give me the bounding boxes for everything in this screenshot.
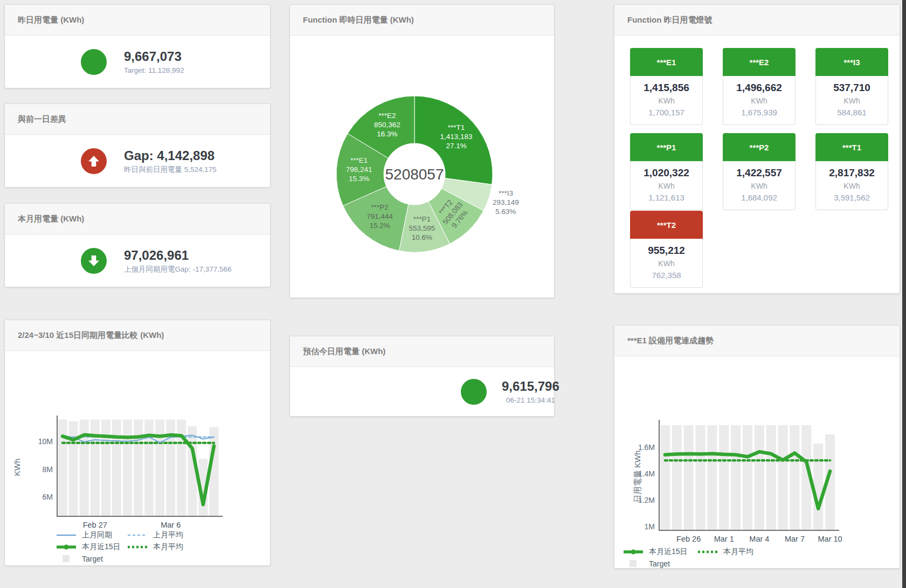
x-tick-label: Feb 26 xyxy=(676,535,701,543)
tile-label: ***T1 xyxy=(815,133,888,161)
tile-value: 1,496,662 xyxy=(723,81,795,95)
x-tick-label: Mar 4 xyxy=(749,535,769,543)
y-tick-label: 6M xyxy=(43,493,53,501)
target-bar xyxy=(731,425,741,530)
legend-item[interactable]: 本月近15日 xyxy=(56,542,127,552)
status-circle-green xyxy=(461,379,487,405)
target-bar xyxy=(790,425,799,530)
legend-label: 上月同期 xyxy=(82,530,112,540)
status-tile: ***P11,020,322KWh1,121,613 xyxy=(630,133,703,210)
target-bar xyxy=(134,420,143,516)
tile-target: 1,700,157 xyxy=(631,107,702,119)
legend-item[interactable]: Target xyxy=(56,555,127,563)
scrollbar[interactable] xyxy=(902,0,906,588)
tile-value: 1,422,557 xyxy=(723,166,795,180)
realtime-usage-donut-chart[interactable]: ***T11,413,18327.1%***I3293,1495.63%***T… xyxy=(290,5,554,298)
stat-text: 9,667,073 Target: 11,128,992 xyxy=(124,49,184,75)
panel-month-usage: 本月用電量 (KWh) 97,026,961 上個月同期用電Gap: -17,3… xyxy=(4,203,271,287)
tile-label: ***T2 xyxy=(630,211,703,239)
panel-yesterday-usage: 昨日用電量 (KWh) 9,667,073 Target: 11,128,992 xyxy=(4,4,271,88)
x-tick-label: Mar 10 xyxy=(818,535,842,543)
tile-value: 955,212 xyxy=(631,244,702,258)
stat-text: 97,026,961 上個月同期用電Gap: -17,377,566 xyxy=(124,247,232,274)
panel-title: 與前一日差異 xyxy=(5,104,270,135)
tile-unit: KWh xyxy=(723,95,795,107)
arrow-up-icon xyxy=(81,148,107,174)
target-bar xyxy=(743,425,752,530)
target-bar xyxy=(112,420,121,516)
legend-swatch-thin xyxy=(56,531,77,539)
target-bar xyxy=(684,425,694,530)
tile-value: 537,710 xyxy=(816,81,888,95)
target-bar xyxy=(660,425,670,530)
panel-title: Function 昨日用電燈號 xyxy=(614,5,900,36)
legend-swatch-box xyxy=(623,560,644,568)
legend-item[interactable]: Target xyxy=(623,559,697,568)
legend-item[interactable]: 本月平均 xyxy=(697,547,772,557)
target-bar xyxy=(58,420,67,516)
y-axis-label: KWh xyxy=(12,459,22,476)
legend-label: 上月平均 xyxy=(153,530,183,540)
target-bar xyxy=(778,425,788,530)
stat-subtitle: 昨日與前日用電量 5,524,175 xyxy=(124,165,217,175)
legend-label: Target xyxy=(649,559,670,568)
x-tick-label: Feb 27 xyxy=(83,521,107,529)
status-tile: ***P21,422,557KWh1,684,092 xyxy=(723,133,796,210)
stat-value: 97,026,961 xyxy=(124,247,232,263)
legend-label: 本月近15日 xyxy=(649,547,688,557)
y-tick-label: 8M xyxy=(43,465,53,474)
tile-label: ***P1 xyxy=(630,133,703,161)
e1-trend-chart[interactable]: 1M1.2M1.4M1.6MFeb 26Mar 1Mar 4Mar 7Mar 1… xyxy=(614,326,900,568)
tile-unit: KWh xyxy=(723,180,795,192)
legend-item[interactable]: 本月近15日 xyxy=(623,547,697,557)
panel-compare-15days: 2/24~3/10 近15日同期用電量比較 (KWh) 6M8M10MFeb 2… xyxy=(4,320,271,566)
tile-label: ***I3 xyxy=(815,48,888,76)
target-bar xyxy=(696,425,706,530)
target-bar xyxy=(101,420,110,516)
target-bar xyxy=(69,421,78,516)
legend-item[interactable]: 本月平均 xyxy=(127,542,198,552)
legend-item[interactable]: 上月平均 xyxy=(127,530,198,540)
panel-estimate-today: 預估今日用電量 (KWh) 9,615,796 06-21 15:34:41 xyxy=(289,336,555,417)
tile-unit: KWh xyxy=(816,95,888,107)
panel-realtime-donut: Function 即時日用電量 (KWh) ***T11,413,18327.1… xyxy=(289,4,555,298)
target-bar xyxy=(755,425,764,530)
tile-value: 1,020,322 xyxy=(631,166,702,180)
stat-subtitle: 上個月同期用電Gap: -17,377,566 xyxy=(124,265,232,274)
legend-item[interactable]: 上月同期 xyxy=(56,530,127,540)
tile-body: 2,817,832KWh3,591,562 xyxy=(815,161,888,210)
target-bar xyxy=(707,425,717,530)
trend-chart-legend: 本月近15日本月平均Target xyxy=(623,548,772,571)
compare-15days-chart[interactable]: 6M8M10MFeb 27Mar 6KWh xyxy=(5,320,270,565)
target-bar xyxy=(719,425,729,530)
tile-unit: KWh xyxy=(631,180,702,192)
stat-value: Gap: 4,142,898 xyxy=(124,148,217,163)
legend-label: 本月平均 xyxy=(153,542,183,552)
stat-body: 9,615,796 06-21 15:34:41 xyxy=(290,367,554,416)
legend-swatch-dotted xyxy=(697,548,718,556)
panel-yesterday-lights: Function 昨日用電燈號 ***E11,415,856KWh1,700,1… xyxy=(614,4,900,294)
tile-target: 1,675,939 xyxy=(723,107,795,119)
tile-label: ***E1 xyxy=(630,48,703,76)
stat-value: 9,615,796 xyxy=(502,378,559,394)
legend-swatch-dashed xyxy=(127,531,148,539)
target-bar xyxy=(123,420,132,516)
stat-body: Gap: 4,142,898 昨日與前日用電量 5,524,175 xyxy=(5,135,270,187)
tile-target: 762,358 xyxy=(631,269,702,281)
status-tile: ***T2955,212KWh762,358 xyxy=(630,211,703,288)
tile-unit: KWh xyxy=(631,258,702,269)
stat-subtitle: Target: 11,128,992 xyxy=(124,66,184,75)
legend-label: 本月平均 xyxy=(723,547,753,557)
x-tick-label: Mar 6 xyxy=(161,521,181,529)
y-axis-label: 日用電量 KWh xyxy=(633,451,642,503)
target-bar xyxy=(813,444,823,530)
x-tick-label: Mar 7 xyxy=(785,535,805,543)
stat-subtitle: 06-21 15:34:41 xyxy=(502,396,559,405)
panel-title: 昨日用電量 (KWh) xyxy=(5,5,270,36)
tile-body: 955,212KWh762,358 xyxy=(630,239,703,288)
panel-title: 本月用電量 (KWh) xyxy=(5,204,270,234)
tile-value: 1,415,856 xyxy=(631,81,702,95)
legend-swatch-dotted xyxy=(127,543,148,551)
stat-text: 9,615,796 06-21 15:34:41 xyxy=(502,378,559,405)
tile-body: 1,415,856KWh1,700,157 xyxy=(630,76,703,125)
